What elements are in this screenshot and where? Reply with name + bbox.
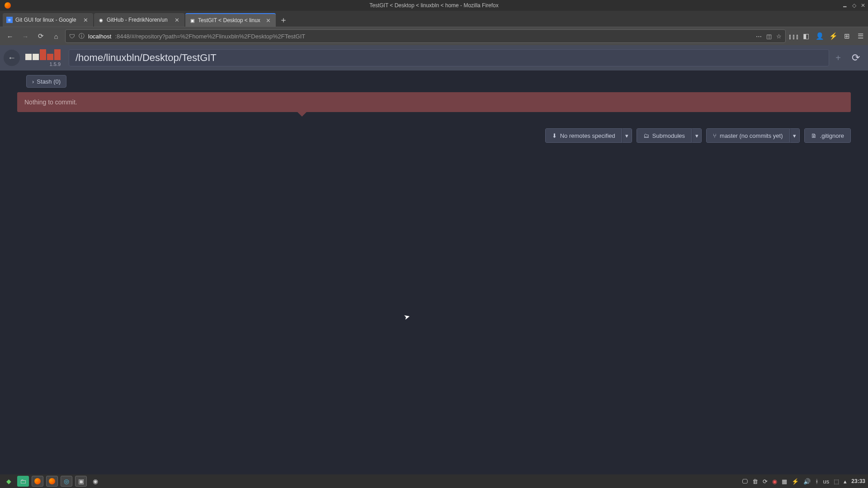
google-docs-icon: ≡	[6, 17, 13, 23]
ungit-header: ← 1.5.9 /home/linuxbln/Desktop/TestGIT +…	[0, 45, 868, 70]
submodules-label: Submodules	[652, 132, 685, 139]
branch-dropdown[interactable]: ▾	[790, 128, 800, 143]
stash-label: Stash (0)	[37, 78, 61, 85]
clock[interactable]: 23:33	[851, 478, 865, 484]
close-icon[interactable]: ✕	[83, 17, 90, 23]
menu-icon[interactable]: ☰	[856, 32, 864, 40]
gitignore-label: .gitignore	[820, 132, 844, 139]
network-icon[interactable]: ⬚	[834, 478, 839, 485]
tab-label: GitHub - FredrikNoren/un	[107, 17, 172, 23]
branch-button[interactable]: ⑂ master (no commits yet)	[706, 128, 789, 143]
back-circle-button[interactable]: ←	[4, 50, 20, 66]
new-tab-button[interactable]: ＋	[277, 13, 290, 27]
tab-label: TestGIT < Desktop < linux	[198, 17, 263, 23]
tab-github[interactable]: ◉ GitHub - FredrikNoren/un ✕	[94, 13, 184, 27]
extensions-icon[interactable]: ⊞	[843, 32, 851, 40]
branch-group: ⑂ master (no commits yet) ▾	[706, 128, 799, 143]
reload-button[interactable]: ⟳	[34, 30, 47, 42]
panel-icon[interactable]: ▦	[782, 478, 787, 485]
page-icon: ▣	[189, 17, 195, 23]
back-button[interactable]: ←	[4, 30, 16, 42]
maximize-icon[interactable]: ◇	[852, 2, 856, 9]
repo-button-bar: ⬇ No remotes specified ▾ 🗂 Submodules ▾ …	[0, 128, 851, 143]
ungit-logo[interactable]	[25, 49, 61, 60]
chevron-down-icon: ▾	[793, 132, 796, 139]
tab-strip: ≡ Git GUI for linux - Google ✕ ◉ GitHub …	[0, 11, 868, 27]
home-button[interactable]: ⌂	[50, 30, 62, 42]
display-icon[interactable]: 🖵	[742, 478, 748, 485]
submodules-group: 🗂 Submodules ▾	[637, 128, 702, 143]
account-icon[interactable]: 👤	[816, 32, 824, 40]
tab-google[interactable]: ≡ Git GUI for linux - Google ✕	[3, 13, 93, 27]
record-icon[interactable]: ◉	[772, 478, 777, 485]
info-icon: ⓘ	[79, 32, 85, 40]
tab-label: Git GUI for linux - Google	[15, 17, 80, 23]
flash-icon[interactable]: ⚡	[829, 32, 837, 40]
remotes-label: No remotes specified	[560, 132, 615, 139]
bluetooth-icon[interactable]: ᚼ	[815, 478, 819, 485]
download-icon: ⬇	[552, 132, 557, 139]
folder-icon: 🗂	[643, 132, 649, 139]
sync-icon[interactable]: ⟳	[763, 478, 768, 485]
forward-button[interactable]: →	[19, 30, 32, 42]
keyboard-layout[interactable]: us	[823, 478, 830, 485]
firefox-task-icon-2[interactable]	[46, 476, 58, 487]
gitignore-group: 🗎 .gitignore	[804, 128, 851, 143]
version-label: 1.5.9	[50, 61, 61, 67]
bookmark-star-icon[interactable]: ☆	[776, 33, 782, 40]
remotes-group: ⬇ No remotes specified ▾	[545, 128, 632, 143]
url-bar[interactable]: 🛡 ⓘ localhost:8448/#/repository?path=%2F…	[65, 29, 786, 43]
chevron-down-icon: ▾	[625, 132, 628, 139]
firefox-task-icon[interactable]	[32, 476, 43, 487]
remotes-button[interactable]: ⬇ No remotes specified	[545, 128, 622, 143]
ellipsis-icon[interactable]: ⋯	[756, 33, 762, 40]
repo-path-text: /home/linuxbln/Desktop/TestGIT	[75, 52, 217, 64]
file-manager-icon[interactable]: 🗀	[17, 476, 29, 487]
obs-icon[interactable]: ◉	[90, 476, 101, 487]
power-icon[interactable]: ⚡	[792, 478, 799, 485]
stash-button[interactable]: › Stash (0)	[26, 75, 66, 88]
submodules-dropdown[interactable]: ▾	[692, 128, 702, 143]
library-icon[interactable]: ⫿⫿⫿	[788, 33, 797, 40]
sidebar-icon[interactable]: ◧	[802, 32, 810, 40]
repo-path-input[interactable]: /home/linuxbln/Desktop/TestGIT	[69, 49, 829, 66]
start-menu-icon[interactable]: ◆	[3, 476, 14, 487]
commit-banner[interactable]: Nothing to commit.	[17, 92, 851, 112]
reader-icon[interactable]: ◫	[766, 33, 772, 40]
close-icon[interactable]: ✕	[175, 17, 181, 23]
commit-message: Nothing to commit.	[24, 99, 77, 106]
submodules-button[interactable]: 🗂 Submodules	[637, 128, 692, 143]
firefox-icon	[5, 2, 11, 9]
gitignore-button[interactable]: 🗎 .gitignore	[804, 128, 851, 143]
chevron-up-icon[interactable]: ▴	[844, 478, 847, 485]
browser-task-icon[interactable]: ◎	[61, 476, 72, 487]
url-path: :8448/#/repository?path=%2Fhome%2Flinuxb…	[115, 33, 305, 40]
add-repo-button[interactable]: +	[834, 53, 843, 63]
remotes-dropdown[interactable]: ▾	[622, 128, 632, 143]
branch-icon: ⑂	[713, 132, 717, 139]
github-icon: ◉	[98, 17, 104, 23]
terminal-icon[interactable]: ▣	[75, 476, 87, 487]
arrow-left-icon: ←	[8, 53, 16, 63]
volume-icon[interactable]: 🔊	[803, 478, 811, 485]
close-icon[interactable]: ✕	[861, 2, 865, 9]
refresh-button[interactable]: ⟳	[847, 49, 864, 66]
minimize-icon[interactable]: 🗕	[842, 2, 848, 9]
close-icon[interactable]: ✕	[266, 17, 272, 23]
file-icon: 🗎	[811, 132, 817, 139]
tab-ungit[interactable]: ▣ TestGIT < Desktop < linux ✕	[185, 13, 276, 27]
url-host: localhost	[88, 33, 111, 40]
browser-toolbar: ← → ⟳ ⌂ 🛡 ⓘ localhost:8448/#/repository?…	[0, 27, 868, 45]
chevron-right-icon: ›	[32, 78, 34, 85]
ungit-app: ← 1.5.9 /home/linuxbln/Desktop/TestGIT +…	[0, 45, 868, 474]
trash-icon[interactable]: 🗑	[752, 478, 758, 485]
refresh-icon: ⟳	[852, 52, 860, 64]
chevron-down-icon: ▾	[695, 132, 698, 139]
branch-label: master (no commits yet)	[720, 132, 783, 139]
taskbar: ◆ 🗀 ◎ ▣ ◉ 🖵 🗑 ⟳ ◉ ▦ ⚡ 🔊 ᚼ us ⬚ ▴ 23:33	[0, 474, 868, 488]
shield-icon: 🛡	[69, 33, 75, 40]
window-title: TestGIT < Desktop < linuxbln < home - Mo…	[369, 2, 499, 9]
